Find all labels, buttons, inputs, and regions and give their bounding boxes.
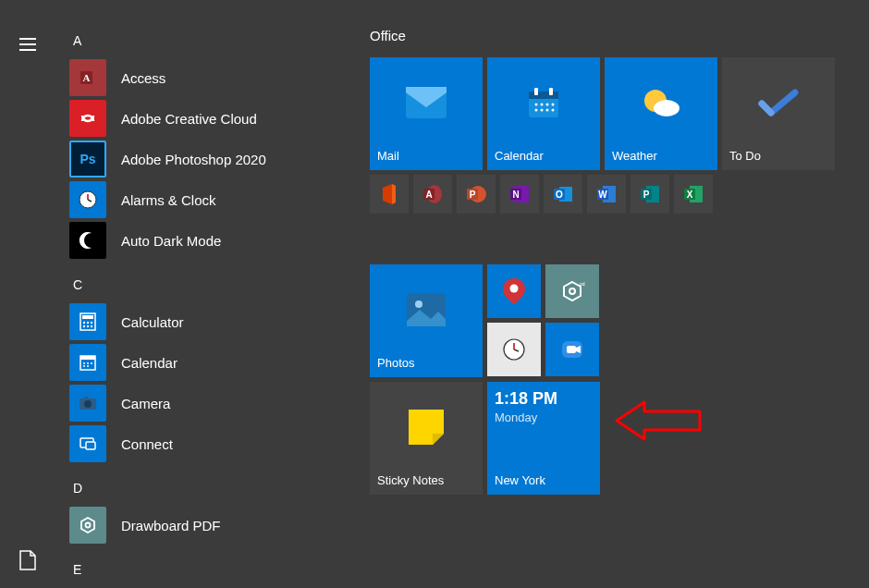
auto-dark-icon [69, 222, 106, 259]
letter-header-c[interactable]: C [73, 277, 365, 292]
svg-text:O: O [556, 190, 563, 200]
alarms-icon [69, 181, 106, 218]
left-rail [0, 0, 55, 588]
svg-rect-26 [84, 397, 89, 399]
svg-point-39 [535, 109, 538, 112]
tile-outlook[interactable]: O [544, 175, 582, 214]
tile-mail[interactable]: Mail [370, 57, 483, 170]
video-icon [557, 335, 587, 364]
svg-point-12 [87, 322, 89, 324]
svg-point-36 [541, 104, 544, 106]
svg-point-14 [83, 325, 85, 327]
tile-onenote[interactable]: N [500, 175, 539, 214]
tile-word[interactable]: W [587, 175, 626, 214]
tile-calendar[interactable]: Calendar [487, 57, 600, 170]
svg-point-37 [546, 104, 549, 106]
photos-icon [407, 293, 446, 330]
svg-text:A: A [83, 72, 91, 83]
tile-weather[interactable]: Weather [605, 57, 717, 170]
svg-text:pdf: pdf [580, 281, 585, 287]
tile-alarms-small[interactable] [487, 323, 541, 376]
letter-header-a[interactable]: A [73, 33, 365, 48]
svg-rect-28 [86, 442, 95, 449]
todo-icon [758, 89, 799, 120]
photoshop-icon: Ps [69, 141, 106, 178]
tile-access-small[interactable]: A [413, 175, 452, 214]
svg-point-20 [87, 362, 89, 364]
documents-button[interactable] [9, 542, 46, 579]
tile-sticky-notes[interactable]: Sticky Notes [370, 382, 483, 495]
svg-point-21 [91, 362, 92, 364]
office-icon [379, 182, 399, 206]
tile-camera-small[interactable] [545, 323, 599, 376]
app-connect[interactable]: Connect [69, 423, 365, 464]
tile-label: Calendar [495, 149, 593, 163]
tile-label: Mail [377, 149, 475, 163]
drawboard-icon: pdf [559, 278, 585, 304]
app-drawboard[interactable]: Drawboard PDF [69, 505, 365, 545]
svg-point-40 [541, 109, 544, 112]
svg-text:N: N [512, 190, 519, 200]
svg-point-19 [83, 362, 85, 364]
app-label: Calendar [121, 355, 177, 371]
tile-label: Sticky Notes [377, 473, 475, 487]
svg-point-41 [546, 109, 549, 112]
tile-world-clock[interactable]: 1:18 PM Monday New York [487, 382, 600, 495]
outlook-icon: O [552, 183, 574, 205]
app-camera[interactable]: Camera [69, 383, 365, 423]
app-label: Connect [121, 436, 173, 452]
app-access[interactable]: A Access [69, 57, 365, 98]
connect-icon [69, 425, 106, 462]
tile-photos[interactable]: Photos [370, 264, 483, 377]
svg-point-68 [510, 285, 519, 293]
app-photoshop[interactable]: Ps Adobe Photoshop 2020 [69, 139, 365, 179]
tile-office[interactable] [370, 175, 409, 214]
svg-rect-0 [19, 38, 36, 40]
calendar-icon [69, 344, 106, 381]
letter-header-e[interactable]: E [73, 562, 365, 577]
clock-city: New York [495, 473, 593, 487]
app-calculator[interactable]: Calculator [69, 301, 365, 342]
app-label: Calculator [121, 314, 184, 330]
sticky-notes-icon [409, 410, 444, 448]
tiles-row-1: Mail Calendar Weather To Do [370, 57, 835, 170]
small-grid: pdf [487, 264, 599, 377]
tiles-row-3: Sticky Notes 1:18 PM Monday New York [370, 382, 835, 495]
svg-point-69 [569, 288, 575, 294]
svg-point-35 [535, 104, 538, 106]
tile-excel[interactable]: X [674, 175, 713, 214]
hamburger-button[interactable] [9, 26, 46, 63]
app-alarms[interactable]: Alarms & Clock [69, 179, 365, 220]
tile-drawboard-small[interactable]: pdf [545, 264, 599, 318]
tile-todo[interactable]: To Do [722, 57, 835, 170]
camera-icon [69, 385, 106, 422]
powerpoint-icon: P [465, 183, 487, 205]
publisher-icon: P [639, 183, 661, 205]
svg-rect-18 [80, 356, 95, 360]
app-auto-dark[interactable]: Auto Dark Mode [69, 220, 365, 261]
tile-label: Weather [612, 149, 710, 163]
tile-powerpoint[interactable]: P [457, 175, 496, 214]
svg-point-16 [91, 325, 92, 327]
svg-rect-75 [567, 346, 576, 353]
group-header-office[interactable]: Office [370, 28, 835, 43]
app-adobe-cc[interactable]: Adobe Creative Cloud [69, 98, 365, 139]
tile-label: Photos [377, 356, 475, 370]
svg-text:P: P [643, 190, 650, 200]
tile-maps[interactable] [487, 264, 541, 318]
svg-rect-2 [19, 49, 36, 51]
letter-header-d[interactable]: D [73, 481, 365, 496]
app-label: Drawboard PDF [121, 518, 221, 533]
mail-icon [406, 87, 447, 122]
maps-pin-icon [501, 276, 527, 306]
app-label: Alarms & Clock [121, 192, 216, 208]
tile-publisher[interactable]: P [630, 175, 669, 214]
svg-text:X: X [687, 190, 693, 200]
svg-rect-10 [82, 315, 93, 319]
tiles-row-2: Photos pdf [370, 264, 835, 377]
svg-point-15 [87, 325, 89, 327]
word-icon: W [595, 183, 618, 205]
tile-area: Office Mail Calendar Weather To Do [370, 28, 835, 495]
app-label: Access [121, 70, 165, 86]
app-calendar[interactable]: Calendar [69, 342, 365, 383]
